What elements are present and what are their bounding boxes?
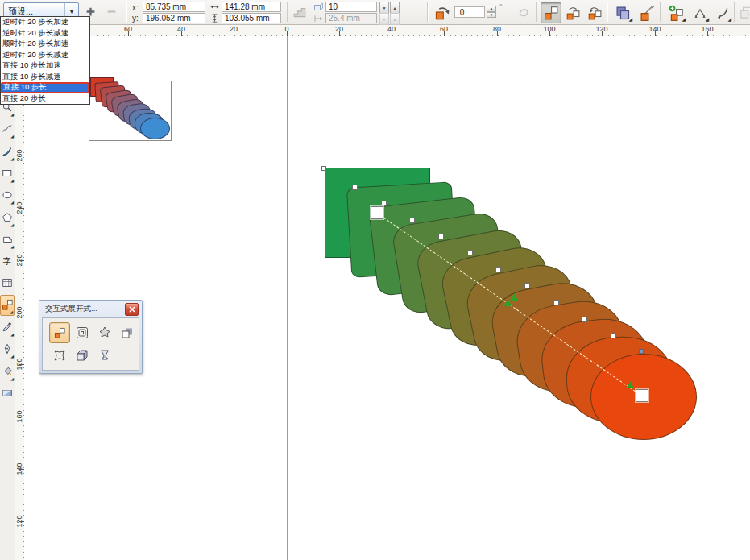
- degree-symbol: °: [499, 3, 503, 11]
- palette-tool-contour[interactable]: [72, 322, 93, 343]
- blend-direction-field[interactable]: .0: [454, 6, 485, 18]
- tool-blend[interactable]: ◢: [0, 295, 15, 316]
- blend-step-marker[interactable]: [409, 218, 415, 223]
- palette-tool-drop-shadow[interactable]: [117, 322, 138, 343]
- preset-option[interactable]: 逆时针 20 步长减速: [1, 50, 89, 61]
- blend-direction-spinner[interactable]: ▲▼: [487, 6, 496, 18]
- palette-tool-extrude[interactable]: [72, 345, 93, 366]
- curve-node-handle[interactable]: [321, 166, 326, 171]
- blend-spacing-icon: [313, 13, 324, 23]
- ruler-horizontal[interactable]: 604020020406080100120140160: [24, 25, 750, 37]
- left-toolbar: ◢◢◢◢◢◢◢字◢◢◢◢: [0, 25, 15, 560]
- miscellaneous-options-button[interactable]: ◢: [711, 2, 733, 23]
- tool-ellipse[interactable]: ◢: [0, 185, 15, 205]
- object-height-field[interactable]: 103.055 mm: [222, 13, 281, 23]
- blend-start-handle[interactable]: [371, 206, 383, 219]
- blend-steps-icon: [313, 2, 324, 12]
- close-icon: [129, 306, 135, 313]
- palette-tool-transparency[interactable]: [94, 345, 115, 366]
- palette-tool-distortion[interactable]: [94, 322, 115, 343]
- direct-blend-button[interactable]: [541, 2, 561, 23]
- tool-basic-shapes[interactable]: ◢: [0, 229, 15, 250]
- loop-blend-button: [516, 4, 532, 20]
- blend-step-marker[interactable]: [639, 349, 644, 354]
- preset-option[interactable]: 逆时针 20 步长减速: [1, 28, 89, 39]
- blend-spacing-field: 25.4 mm: [325, 13, 377, 23]
- palette-tool-blend[interactable]: [49, 322, 70, 343]
- tool-freehand[interactable]: ◢: [0, 118, 15, 139]
- minus-icon: [106, 6, 117, 17]
- interactive-tools-palette[interactable]: 交互式展开式...: [39, 300, 143, 374]
- blend-step-marker[interactable]: [582, 317, 587, 322]
- blend-step-marker[interactable]: [611, 333, 616, 338]
- blend-shape[interactable]: [140, 118, 170, 139]
- tool-artistic-media[interactable]: ◢: [0, 141, 15, 162]
- object-height-icon: [209, 13, 220, 23]
- blend-step-marker[interactable]: [524, 283, 530, 288]
- copy-properties-button: [737, 2, 750, 23]
- fixed-steps-icon[interactable]: [292, 4, 308, 20]
- start-end-properties-button[interactable]: ◢: [665, 2, 687, 23]
- tool-outline-pen[interactable]: ◢: [0, 338, 15, 359]
- blend-end-handle[interactable]: [636, 389, 648, 402]
- app-window: 预设... ▼ x: 85.735 mm y: 196.052 mm 141.2…: [0, 0, 750, 560]
- blend-step-marker[interactable]: [352, 185, 358, 190]
- x-position-field[interactable]: 85.735 mm: [143, 2, 205, 12]
- preset-dropdown-list[interactable]: 逆时针 20 步长加速逆时针 20 步长减速顺时针 20 步长加速逆时针 20 …: [0, 16, 90, 105]
- counterclockwise-blend-button[interactable]: [584, 2, 605, 23]
- y-position-field[interactable]: 196.052 mm: [143, 13, 205, 23]
- blend-step-marker[interactable]: [381, 201, 387, 206]
- palette-tool-envelope[interactable]: [49, 345, 70, 366]
- blend-step-marker[interactable]: [467, 250, 473, 255]
- tool-fill[interactable]: ◢: [0, 361, 15, 382]
- clockwise-blend-button[interactable]: [562, 2, 583, 23]
- x-label: x:: [132, 3, 139, 12]
- object-width-icon: [209, 2, 220, 12]
- preset-option[interactable]: 顺时针 20 步长加速: [1, 39, 89, 50]
- palette-close-button[interactable]: [125, 303, 139, 316]
- blend-step-marker[interactable]: [553, 300, 559, 305]
- blend-step-marker[interactable]: [495, 267, 501, 272]
- palette-title: 交互式展开式...: [45, 304, 97, 314]
- tool-rectangle[interactable]: ◢: [0, 163, 15, 184]
- blend-steps-field[interactable]: 10: [325, 2, 377, 12]
- tool-interactive-fill[interactable]: [0, 383, 15, 404]
- tool-table[interactable]: [0, 272, 15, 293]
- object-color-acceleration-button[interactable]: ◢: [611, 2, 634, 23]
- blend-steps-spinner[interactable]: ▼▲: [379, 2, 400, 14]
- blend-spacing-spinner: ▼▲: [379, 13, 400, 25]
- tool-polygon[interactable]: ◢: [0, 207, 15, 228]
- palette-body: [42, 317, 139, 371]
- y-label: y:: [132, 14, 139, 23]
- property-bar: 预设... ▼ x: 85.735 mm y: 196.052 mm 141.2…: [0, 0, 750, 25]
- preset-option[interactable]: 直接 10 步长减速: [1, 72, 89, 83]
- svg-text:字: 字: [3, 256, 12, 266]
- blend-step-marker[interactable]: [438, 234, 444, 239]
- size-acceleration-button[interactable]: [636, 2, 658, 23]
- preset-option[interactable]: 直接 20 步长: [1, 93, 89, 105]
- blend-direction-icon: [433, 3, 451, 21]
- tool-text[interactable]: 字: [0, 251, 15, 272]
- preset-option[interactable]: 直接 10 步长加速: [1, 60, 89, 72]
- object-width-field[interactable]: 141.28 mm: [222, 2, 281, 12]
- path-properties-button[interactable]: ◢: [689, 2, 711, 23]
- page-edge: [287, 36, 288, 560]
- tool-eyedropper[interactable]: ◢: [0, 317, 15, 338]
- preset-option[interactable]: 直接 10 步长: [1, 82, 89, 93]
- delete-preset-button[interactable]: [104, 5, 118, 19]
- preset-option[interactable]: 逆时针 20 步长加速: [1, 17, 89, 28]
